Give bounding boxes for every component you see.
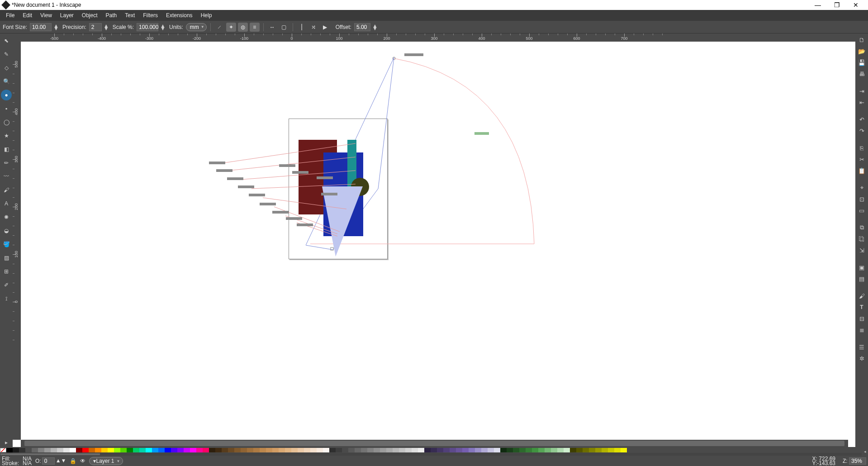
color-swatch[interactable] xyxy=(437,448,443,452)
box-tool[interactable]: ▪ xyxy=(1,103,12,114)
spray-tool[interactable]: ✺ xyxy=(1,212,12,223)
color-swatch[interactable] xyxy=(443,448,450,452)
menu-view[interactable]: View xyxy=(36,11,56,20)
color-swatch[interactable] xyxy=(424,448,431,452)
palette-chevron-icon[interactable]: ▸ xyxy=(1,437,12,448)
palette-menu-icon[interactable]: ◂ xyxy=(862,447,868,456)
color-swatch[interactable] xyxy=(158,448,165,452)
calligraphy-tool[interactable]: 🖌 xyxy=(1,185,12,195)
color-swatch[interactable] xyxy=(279,448,285,452)
color-swatch[interactable] xyxy=(203,448,209,452)
measure-oppose-button[interactable]: ✦ xyxy=(226,23,236,32)
color-swatch[interactable] xyxy=(380,448,386,452)
color-swatch[interactable] xyxy=(481,448,488,452)
text-dialog-button[interactable]: T xyxy=(857,303,867,312)
to-guides-button[interactable]: ⎮ xyxy=(297,23,307,32)
color-swatch[interactable] xyxy=(361,448,367,452)
color-swatch[interactable] xyxy=(526,448,532,452)
measure-all-layers-button[interactable]: ◍ xyxy=(238,23,248,32)
units-dropdown[interactable]: mm ▼ xyxy=(186,23,207,31)
color-swatch[interactable] xyxy=(95,448,101,452)
opacity-spinner[interactable]: ▲▼ xyxy=(56,457,66,465)
precision-input[interactable]: 2 xyxy=(89,23,102,31)
menu-object[interactable]: Object xyxy=(78,11,102,20)
color-swatch[interactable] xyxy=(209,448,215,452)
color-swatch[interactable] xyxy=(564,448,570,452)
color-swatch[interactable] xyxy=(342,448,348,452)
color-swatch[interactable] xyxy=(171,448,177,452)
color-swatch[interactable] xyxy=(405,448,412,452)
unlink-clone-button[interactable]: ⇲ xyxy=(857,246,867,255)
color-swatch[interactable] xyxy=(304,448,310,452)
align-dialog-button[interactable]: ☰ xyxy=(857,342,867,352)
precision-spinner[interactable]: ▲▼ xyxy=(104,23,108,31)
color-swatch[interactable] xyxy=(393,448,399,452)
color-swatch[interactable] xyxy=(146,448,152,452)
color-swatch[interactable] xyxy=(32,448,38,452)
color-swatch[interactable] xyxy=(317,448,323,452)
print-button[interactable]: 🖶 xyxy=(857,69,867,78)
color-swatch[interactable] xyxy=(139,448,146,452)
measure-hidden-button[interactable]: ≡ xyxy=(250,23,260,32)
menu-extensions[interactable]: Extensions xyxy=(162,11,197,20)
color-swatch[interactable] xyxy=(386,448,393,452)
color-swatch[interactable] xyxy=(190,448,196,452)
color-swatch[interactable] xyxy=(133,448,139,452)
lock-icon[interactable]: 🔒 xyxy=(70,458,76,464)
color-swatch[interactable] xyxy=(222,448,228,452)
color-swatch[interactable] xyxy=(165,448,171,452)
color-swatch[interactable] xyxy=(608,448,614,452)
undo-button[interactable]: ↶ xyxy=(857,115,867,124)
ungroup-button[interactable]: ▤ xyxy=(857,274,867,283)
color-swatch[interactable] xyxy=(51,448,57,452)
color-swatch[interactable] xyxy=(82,448,89,452)
node-tool[interactable]: ✎ xyxy=(1,49,12,60)
mesh-tool[interactable]: ⊞ xyxy=(1,266,12,277)
open-button[interactable]: 📂 xyxy=(857,47,867,56)
color-swatch[interactable] xyxy=(621,448,627,452)
color-swatch[interactable] xyxy=(488,448,494,452)
color-swatch[interactable] xyxy=(253,448,260,452)
color-swatch[interactable] xyxy=(576,448,583,452)
horizontal-scrollbar[interactable] xyxy=(21,440,848,447)
color-swatch[interactable] xyxy=(367,448,374,452)
cut-button[interactable]: ✂ xyxy=(857,155,867,164)
color-swatch[interactable] xyxy=(89,448,95,452)
color-swatch[interactable] xyxy=(19,448,25,452)
eraser-tool[interactable]: ◒ xyxy=(1,225,12,236)
vertical-ruler[interactable]: 5004003002001000 xyxy=(13,42,21,440)
color-swatch[interactable] xyxy=(298,448,304,452)
color-swatch[interactable] xyxy=(25,448,32,452)
layer-dropdown[interactable]: ▾Layer 1 ▼ xyxy=(89,457,123,465)
color-swatch[interactable] xyxy=(545,448,551,452)
color-swatch[interactable] xyxy=(519,448,526,452)
color-swatch[interactable] xyxy=(215,448,222,452)
color-swatch[interactable] xyxy=(76,448,82,452)
color-swatch[interactable] xyxy=(507,448,513,452)
color-swatch[interactable] xyxy=(456,448,462,452)
color-swatch[interactable] xyxy=(101,448,108,452)
color-swatch[interactable] xyxy=(272,448,279,452)
color-swatch[interactable] xyxy=(412,448,418,452)
color-swatch[interactable] xyxy=(13,448,19,452)
save-button[interactable]: 💾 xyxy=(857,58,867,67)
bezier-tool[interactable]: 〰 xyxy=(1,171,12,182)
color-swatch[interactable] xyxy=(595,448,602,452)
3dbox-tool[interactable]: ◧ xyxy=(1,144,12,155)
text-tool[interactable]: A xyxy=(1,198,12,209)
dropper-tool[interactable]: ✐ xyxy=(1,280,12,290)
group-button[interactable]: ▣ xyxy=(857,263,867,272)
menu-help[interactable]: Help xyxy=(197,11,216,20)
color-swatch[interactable] xyxy=(291,448,298,452)
measure-segments-button[interactable]: ⟋ xyxy=(214,23,224,32)
redo-button[interactable]: ↷ xyxy=(857,126,867,135)
menu-edit[interactable]: Edit xyxy=(19,11,36,20)
color-swatch[interactable] xyxy=(602,448,608,452)
font-size-input[interactable]: 10.00 xyxy=(30,23,52,31)
offset-input[interactable]: 5.00 xyxy=(354,23,370,31)
maximize-button[interactable]: ❐ xyxy=(827,0,846,10)
color-swatch[interactable] xyxy=(44,448,51,452)
color-swatch[interactable] xyxy=(228,448,234,452)
color-swatch[interactable] xyxy=(583,448,589,452)
color-swatch[interactable] xyxy=(6,448,13,452)
